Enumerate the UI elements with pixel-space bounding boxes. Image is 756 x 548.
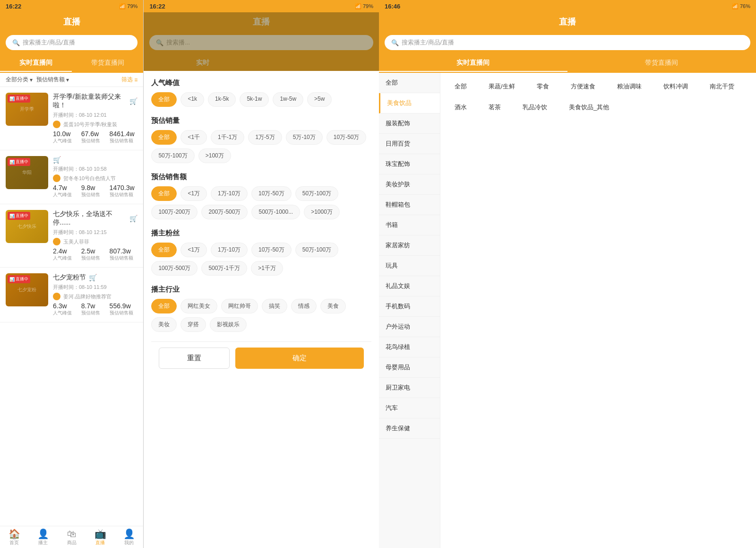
filter-opt-fans-6[interactable]: 500万-1千万 xyxy=(201,261,247,276)
category-filter[interactable]: 全部分类 ▾ xyxy=(6,76,33,84)
filter-opt-pop-1[interactable]: <1k xyxy=(180,92,204,107)
filter-opt-pop-3[interactable]: 5k-1w xyxy=(240,92,269,107)
search-input-3[interactable]: 🔍 搜索播主/商品/直播 xyxy=(385,35,750,50)
nav-home-1[interactable]: 🏠 首页 xyxy=(0,529,29,546)
filter-opt-ind-8[interactable]: 影视娱乐 xyxy=(210,317,247,332)
cat-item-2[interactable]: 服装配饰 xyxy=(379,113,440,134)
subcat-6[interactable]: 南北干货 xyxy=(700,78,744,96)
nav-goods-1[interactable]: 🛍 商品 xyxy=(57,529,86,546)
sales-filter[interactable]: 预估销售额 ▾ xyxy=(36,76,69,84)
stream-info-3: 七夕快乐，全场送不停...... 🛒 开播时间：08-10 12:15 玉美人菲… xyxy=(53,210,137,261)
search-input-1[interactable]: 🔍 搜索播主/商品/直播 xyxy=(6,35,137,50)
nav-live-1[interactable]: 📺 直播 xyxy=(86,529,115,546)
filter-opt-pop-2[interactable]: 1k-5k xyxy=(208,92,236,107)
filter-opt-sales-7[interactable]: >100万 xyxy=(198,148,231,163)
filter-opt-pop-4[interactable]: 1w-5w xyxy=(273,92,303,107)
cat-item-6[interactable]: 鞋帽箱包 xyxy=(379,195,440,215)
subcat-9[interactable]: 乳品冷饮 xyxy=(513,98,557,116)
cat-item-15[interactable]: 厨卫家电 xyxy=(379,378,440,398)
cat-item-10[interactable]: 礼品文娱 xyxy=(379,276,440,296)
subcat-3[interactable]: 方便速食 xyxy=(561,78,605,96)
cat-item-9[interactable]: 玩具 xyxy=(379,256,440,276)
cat-item-3[interactable]: 日用百货 xyxy=(379,134,440,154)
avatar-4 xyxy=(53,293,60,300)
filter-opt-sales-3[interactable]: 1万-5万 xyxy=(248,130,282,145)
filter-opt-fans-4[interactable]: 50万-100万 xyxy=(295,243,338,257)
filter-title-revenue: 预估销售额 xyxy=(151,173,371,182)
thumb-1: 📊直播中 开学季 xyxy=(6,93,48,126)
filter-opt-rev-0[interactable]: 全部 xyxy=(151,186,177,201)
cat-item-12[interactable]: 户外运动 xyxy=(379,317,440,337)
search-icon-1: 🔍 xyxy=(12,39,20,46)
filter-opt-ind-7[interactable]: 穿搭 xyxy=(180,317,206,332)
cat-item-4[interactable]: 珠宝配饰 xyxy=(379,154,440,174)
stream-item-3[interactable]: 📊直播中 七夕快乐 七夕快乐，全场送不停...... 🛒 开播时间：08-10 … xyxy=(0,204,143,268)
filter-opt-rev-2[interactable]: 1万-10万 xyxy=(211,186,248,201)
cat-item-16[interactable]: 汽车 xyxy=(379,398,440,418)
confirm-button[interactable]: 确定 xyxy=(235,348,364,369)
filter-opt-ind-5[interactable]: 美食 xyxy=(320,299,346,313)
filter-opt-ind-0[interactable]: 全部 xyxy=(151,299,177,313)
tab-realtime-3[interactable]: 实时直播间 xyxy=(379,55,567,72)
cart-icon-2: 🛒 xyxy=(53,156,61,164)
filter-opt-rev-6[interactable]: 200万-500万 xyxy=(201,205,248,219)
subcat-5[interactable]: 饮料冲调 xyxy=(654,78,697,96)
subcat-10[interactable]: 美食饮品_其他 xyxy=(559,98,619,116)
filter-opt-rev-3[interactable]: 10万-50万 xyxy=(251,186,292,201)
tab-delivery-3[interactable]: 带货直播间 xyxy=(567,55,756,72)
cat-item-14[interactable]: 母婴用品 xyxy=(379,357,440,378)
stream-item-2[interactable]: 📊直播中 华阳 🛒 开播时间：08-10 10:58 贺冬冬10号白色情人节 4 xyxy=(0,150,143,204)
filter-opt-fans-2[interactable]: 1万-10万 xyxy=(211,243,248,257)
filter-opt-ind-6[interactable]: 美妆 xyxy=(151,317,177,332)
filter-opt-ind-4[interactable]: 情感 xyxy=(291,299,317,313)
filter-opt-rev-1[interactable]: <1万 xyxy=(180,186,207,201)
nav-mine-1[interactable]: 👤 我的 xyxy=(115,529,144,546)
filter-opt-sales-5[interactable]: 10万-50万 xyxy=(326,130,367,145)
search-bar-1: 🔍 搜索播主/商品/直播 xyxy=(0,31,143,55)
cat-item-5[interactable]: 美妆护肤 xyxy=(379,174,440,195)
filter-opt-rev-7[interactable]: 500万-1000... xyxy=(251,205,300,219)
filter-opt-sales-2[interactable]: 1千-1万 xyxy=(211,130,244,145)
filter-opt-sales-6[interactable]: 50万-100万 xyxy=(151,148,194,163)
cat-item-8[interactable]: 家居家纺 xyxy=(379,235,440,256)
subcat-4[interactable]: 粮油调味 xyxy=(608,78,651,96)
stream-item-1[interactable]: 📊直播中 开学季 开学季/新款童装师父来啦！ 🛒 开播时间：08-10 12:0… xyxy=(0,87,143,150)
filter-opt-sales-0[interactable]: 全部 xyxy=(151,130,177,145)
header-3: 直播 xyxy=(379,12,756,31)
stream-meta-4: 开播时间：08-10 11:59 xyxy=(53,284,137,291)
filter-opt-fans-3[interactable]: 10万-50万 xyxy=(251,243,292,257)
filter-opt-fans-7[interactable]: >1千万 xyxy=(251,261,283,276)
tab-delivery-1[interactable]: 带货直播间 xyxy=(72,55,144,72)
filter-opt-fans-1[interactable]: <1万 xyxy=(180,243,207,257)
cat-item-11[interactable]: 手机数码 xyxy=(379,296,440,317)
filter-opt-ind-3[interactable]: 搞笑 xyxy=(262,299,287,313)
filter-opt-rev-5[interactable]: 100万-200万 xyxy=(151,205,198,219)
filter-opt-ind-1[interactable]: 网红美女 xyxy=(180,299,217,313)
subcat-0[interactable]: 全部 xyxy=(445,78,476,96)
filter-opt-fans-5[interactable]: 100万-500万 xyxy=(151,261,198,276)
cat-item-7[interactable]: 书籍 xyxy=(379,215,440,235)
filter-opt-ind-2[interactable]: 网红帅哥 xyxy=(221,299,258,313)
cat-item-1[interactable]: 美食饮品 xyxy=(379,93,440,113)
subcat-2[interactable]: 零食 xyxy=(527,78,558,96)
stream-item-4[interactable]: 📊直播中 七夕宠粉 七夕宠粉节 🛒 开播时间：08-10 11:59 姜河.品牌… xyxy=(0,268,143,322)
subcat-8[interactable]: 茗茶 xyxy=(479,98,510,116)
cat-item-0[interactable]: 全部 xyxy=(379,73,440,93)
nav-streamer-1[interactable]: 👤 播主 xyxy=(29,529,58,546)
screen-filter[interactable]: 筛选 ≡ xyxy=(121,76,137,84)
filter-opt-rev-4[interactable]: 50万-100万 xyxy=(295,186,338,201)
filter-opt-pop-0[interactable]: 全部 xyxy=(151,92,177,107)
battery-3: 📶 76% xyxy=(732,3,750,9)
subcat-1[interactable]: 果蔬/生鲜 xyxy=(479,78,524,96)
cat-item-13[interactable]: 花鸟绿植 xyxy=(379,337,440,357)
tab-realtime-1[interactable]: 实时直播间 xyxy=(0,55,72,72)
filter-opt-pop-5[interactable]: >5w xyxy=(307,92,332,107)
subcat-7[interactable]: 酒水 xyxy=(445,98,476,116)
filter-opt-fans-0[interactable]: 全部 xyxy=(151,243,177,257)
filter-opt-sales-1[interactable]: <1千 xyxy=(180,130,207,145)
cat-item-17[interactable]: 养生保健 xyxy=(379,418,440,439)
reset-button[interactable]: 重置 xyxy=(159,348,230,369)
filter-opt-sales-4[interactable]: 5万-10万 xyxy=(286,130,323,145)
filter-opt-rev-8[interactable]: >1000万 xyxy=(304,205,340,219)
category-content: 全部 果蔬/生鲜 零食 方便速食 粮油调味 饮料冲调 南北干货 酒水 茗茶 乳品… xyxy=(440,73,756,548)
